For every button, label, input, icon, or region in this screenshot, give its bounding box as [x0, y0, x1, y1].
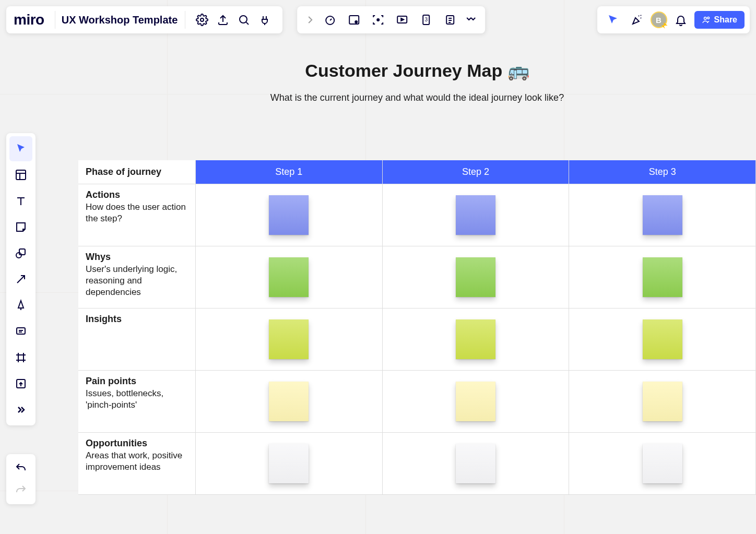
notes-button[interactable]	[438, 9, 462, 30]
table-cell[interactable]	[569, 308, 756, 370]
step-header[interactable]: Step 1	[196, 160, 383, 184]
table-cell[interactable]	[196, 184, 383, 246]
board-title-text[interactable]: Customer Journey Map 🚌	[78, 60, 756, 81]
share-button[interactable]: Share	[694, 11, 745, 29]
sticky-note[interactable]	[643, 444, 682, 483]
plug-icon	[258, 14, 271, 26]
step-header[interactable]: Step 3	[569, 160, 756, 184]
sticky-note[interactable]	[269, 257, 309, 297]
voting-icon	[348, 14, 360, 26]
svg-point-23	[704, 17, 706, 20]
arrow-tool[interactable]	[9, 267, 32, 292]
header-label-cell[interactable]: Phase of journey	[78, 160, 196, 184]
timer-button[interactable]	[318, 9, 342, 30]
frame-tool[interactable]	[9, 345, 32, 370]
chevron-down-icon	[465, 14, 477, 26]
row-label-cell[interactable]: OpportunitiesAreas that work, positive i…	[78, 433, 196, 494]
template-icon	[15, 169, 27, 181]
sticky-note[interactable]	[643, 257, 682, 297]
table-cell[interactable]	[196, 308, 383, 370]
export-button[interactable]	[212, 9, 233, 30]
redo-button[interactable]	[9, 479, 32, 501]
reactions-button[interactable]	[627, 9, 647, 30]
comment-tool[interactable]	[9, 319, 32, 344]
select-tool[interactable]	[9, 136, 32, 161]
sticky-tool[interactable]	[9, 215, 32, 240]
board-title[interactable]: UX Workshop Template	[62, 14, 183, 26]
table-cell[interactable]	[196, 246, 383, 308]
settings-button[interactable]	[192, 9, 212, 30]
present-button[interactable]	[390, 9, 414, 30]
svg-point-24	[707, 17, 709, 19]
search-icon	[238, 14, 250, 26]
sticky-note[interactable]	[643, 382, 682, 421]
sticky-note[interactable]	[269, 382, 309, 421]
attention-button[interactable]	[366, 9, 390, 30]
phase-header: Phase of journey	[86, 167, 161, 177]
table-cell[interactable]	[569, 246, 756, 308]
journey-map-table[interactable]: Phase of journey Step 1 Step 2 Step 3 Ac…	[78, 160, 756, 495]
miro-logo[interactable]: miro	[14, 11, 53, 28]
divider	[185, 11, 185, 29]
collapse-button[interactable]	[302, 9, 318, 30]
upload-tool[interactable]	[9, 371, 32, 396]
user-avatar[interactable]: B	[651, 11, 667, 28]
svg-line-3	[246, 22, 249, 25]
table-cell[interactable]	[383, 308, 570, 370]
sticky-note[interactable]	[456, 444, 495, 483]
templates-tool[interactable]	[9, 162, 32, 187]
row-label-cell[interactable]: Pain pointsIssues, bottlenecks, 'pinch-p…	[78, 371, 196, 432]
sticky-note[interactable]	[456, 382, 495, 421]
table-cell[interactable]	[383, 246, 570, 308]
table-cell[interactable]	[383, 433, 570, 494]
sticky-note[interactable]	[269, 319, 309, 359]
search-button[interactable]	[233, 9, 254, 30]
voting-button[interactable]	[342, 9, 366, 30]
more-tools[interactable]	[9, 397, 32, 422]
sticky-note[interactable]	[643, 319, 682, 359]
table-cell[interactable]	[196, 433, 383, 494]
chevron-right-icon	[304, 14, 316, 26]
undo-button[interactable]	[9, 457, 32, 479]
sticky-note[interactable]	[269, 444, 309, 483]
row-desc: Areas that work, positive improvement id…	[86, 450, 188, 473]
table-row: Insights	[78, 308, 756, 371]
svg-point-0	[200, 18, 204, 21]
chevrons-right-icon	[15, 404, 27, 416]
apps-button[interactable]	[254, 9, 275, 30]
notifications-button[interactable]	[670, 9, 691, 30]
more-apps-button[interactable]	[462, 9, 480, 30]
row-title: Pain points	[86, 376, 188, 387]
left-toolbar	[6, 133, 36, 425]
svg-line-22	[641, 15, 641, 16]
hide-cursors-button[interactable]	[603, 9, 623, 30]
text-tool[interactable]	[9, 188, 32, 213]
sticky-note[interactable]	[269, 195, 309, 235]
svg-point-10	[355, 21, 357, 23]
focus-icon	[372, 14, 384, 26]
svg-point-11	[377, 19, 379, 21]
table-cell[interactable]	[569, 184, 756, 246]
table-cell[interactable]	[569, 371, 756, 432]
row-label-cell[interactable]: WhysUser's underlying logic, reasoning a…	[78, 246, 196, 308]
table-cell[interactable]	[383, 371, 570, 432]
shape-tool[interactable]	[9, 241, 32, 266]
sticky-note[interactable]	[456, 195, 495, 235]
sticky-note[interactable]	[643, 195, 682, 235]
row-desc: How does the user action the step?	[86, 201, 188, 224]
people-icon	[702, 15, 711, 25]
row-label-cell[interactable]: Insights	[78, 308, 196, 370]
table-cell[interactable]	[569, 433, 756, 494]
row-label-cell[interactable]: ActionsHow does the user action the step…	[78, 184, 196, 246]
table-cell[interactable]	[383, 184, 570, 246]
pen-tool[interactable]	[9, 293, 32, 318]
svg-marker-13	[401, 18, 404, 21]
upload-frame-icon	[15, 377, 27, 390]
step-header[interactable]: Step 2	[383, 160, 570, 184]
sticky-note[interactable]	[456, 319, 495, 359]
gear-icon	[196, 14, 208, 26]
board-subtitle[interactable]: What is the current journey and what wou…	[78, 92, 756, 103]
table-cell[interactable]	[196, 371, 383, 432]
sticky-note[interactable]	[456, 257, 495, 297]
estimation-button[interactable]: 3	[414, 9, 438, 30]
